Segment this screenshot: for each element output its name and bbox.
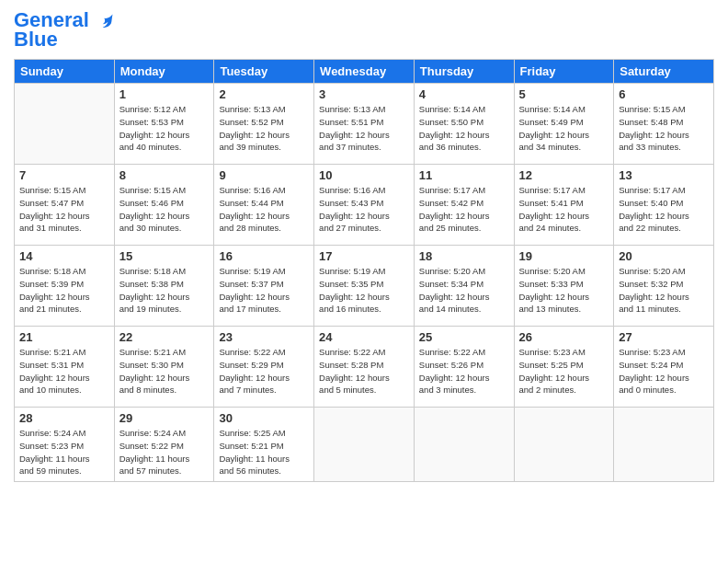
calendar-cell: 12Sunrise: 5:17 AM Sunset: 5:41 PM Dayli… (514, 165, 614, 246)
day-info: Sunrise: 5:16 AM Sunset: 5:43 PM Dayligh… (319, 184, 409, 235)
day-info: Sunrise: 5:20 AM Sunset: 5:33 PM Dayligh… (519, 265, 609, 316)
day-number: 10 (319, 168, 409, 182)
day-number: 9 (219, 168, 309, 182)
calendar-cell: 7Sunrise: 5:15 AM Sunset: 5:47 PM Daylig… (15, 165, 115, 246)
calendar-cell: 19Sunrise: 5:20 AM Sunset: 5:33 PM Dayli… (514, 246, 614, 327)
calendar-cell: 8Sunrise: 5:15 AM Sunset: 5:46 PM Daylig… (114, 165, 214, 246)
calendar-cell: 28Sunrise: 5:24 AM Sunset: 5:23 PM Dayli… (15, 408, 115, 482)
calendar-week-row: 21Sunrise: 5:21 AM Sunset: 5:31 PM Dayli… (15, 327, 714, 408)
day-info: Sunrise: 5:17 AM Sunset: 5:40 PM Dayligh… (619, 184, 709, 235)
calendar-week-row: 7Sunrise: 5:15 AM Sunset: 5:47 PM Daylig… (15, 165, 714, 246)
day-info: Sunrise: 5:12 AM Sunset: 5:53 PM Dayligh… (119, 103, 210, 154)
day-number: 24 (319, 330, 409, 344)
header: General Blue (14, 9, 714, 52)
day-number: 12 (519, 168, 609, 182)
weekday-header: Sunday (15, 60, 115, 84)
calendar-cell: 29Sunrise: 5:24 AM Sunset: 5:22 PM Dayli… (114, 408, 214, 482)
calendar-cell: 10Sunrise: 5:16 AM Sunset: 5:43 PM Dayli… (314, 165, 415, 246)
day-number: 15 (119, 249, 210, 263)
calendar-cell: 6Sunrise: 5:15 AM Sunset: 5:48 PM Daylig… (614, 84, 714, 165)
day-number: 22 (119, 330, 210, 344)
day-number: 11 (419, 168, 509, 182)
day-number: 1 (119, 87, 210, 101)
calendar-cell: 16Sunrise: 5:19 AM Sunset: 5:37 PM Dayli… (214, 246, 314, 327)
day-info: Sunrise: 5:22 AM Sunset: 5:29 PM Dayligh… (219, 346, 309, 396)
calendar-cell: 15Sunrise: 5:18 AM Sunset: 5:38 PM Dayli… (114, 246, 214, 327)
calendar-cell: 17Sunrise: 5:19 AM Sunset: 5:35 PM Dayli… (314, 246, 415, 327)
calendar-cell: 9Sunrise: 5:16 AM Sunset: 5:44 PM Daylig… (214, 165, 314, 246)
calendar-cell (314, 408, 415, 482)
day-info: Sunrise: 5:25 AM Sunset: 5:21 PM Dayligh… (219, 427, 309, 477)
day-number: 26 (519, 330, 609, 344)
calendar-cell: 23Sunrise: 5:22 AM Sunset: 5:29 PM Dayli… (214, 327, 314, 408)
day-number: 5 (519, 87, 609, 101)
day-info: Sunrise: 5:22 AM Sunset: 5:28 PM Dayligh… (319, 346, 409, 396)
page: General Blue SundayMondayTuesdayWednesda… (0, 0, 728, 563)
weekday-header: Tuesday (214, 60, 314, 84)
day-number: 6 (619, 87, 709, 101)
calendar-week-row: 1Sunrise: 5:12 AM Sunset: 5:53 PM Daylig… (15, 84, 714, 165)
logo-bird-icon (97, 12, 115, 30)
day-number: 29 (119, 411, 210, 425)
day-info: Sunrise: 5:20 AM Sunset: 5:32 PM Dayligh… (619, 265, 709, 316)
day-number: 4 (419, 87, 509, 101)
day-info: Sunrise: 5:18 AM Sunset: 5:39 PM Dayligh… (19, 265, 109, 316)
calendar-cell: 14Sunrise: 5:18 AM Sunset: 5:39 PM Dayli… (15, 246, 115, 327)
day-number: 25 (419, 330, 509, 344)
day-info: Sunrise: 5:15 AM Sunset: 5:47 PM Dayligh… (19, 184, 109, 235)
calendar-cell (514, 408, 614, 482)
day-number: 3 (319, 87, 409, 101)
calendar-cell: 21Sunrise: 5:21 AM Sunset: 5:31 PM Dayli… (15, 327, 115, 408)
day-info: Sunrise: 5:13 AM Sunset: 5:52 PM Dayligh… (219, 103, 309, 154)
day-info: Sunrise: 5:23 AM Sunset: 5:24 PM Dayligh… (619, 346, 709, 396)
calendar-table: SundayMondayTuesdayWednesdayThursdayFrid… (14, 59, 714, 482)
day-info: Sunrise: 5:15 AM Sunset: 5:48 PM Dayligh… (619, 103, 709, 154)
day-info: Sunrise: 5:19 AM Sunset: 5:35 PM Dayligh… (319, 265, 409, 316)
day-number: 27 (619, 330, 709, 344)
calendar-cell: 13Sunrise: 5:17 AM Sunset: 5:40 PM Dayli… (614, 165, 714, 246)
weekday-header: Monday (114, 60, 214, 84)
calendar-cell: 11Sunrise: 5:17 AM Sunset: 5:42 PM Dayli… (414, 165, 514, 246)
day-number: 19 (519, 249, 609, 263)
day-number: 7 (19, 168, 109, 182)
day-info: Sunrise: 5:21 AM Sunset: 5:31 PM Dayligh… (19, 346, 109, 396)
day-number: 2 (219, 87, 309, 101)
day-info: Sunrise: 5:17 AM Sunset: 5:41 PM Dayligh… (519, 184, 609, 235)
day-info: Sunrise: 5:24 AM Sunset: 5:22 PM Dayligh… (119, 427, 210, 477)
calendar-cell (15, 84, 115, 165)
day-number: 23 (219, 330, 309, 344)
day-number: 17 (319, 249, 409, 263)
calendar-cell: 25Sunrise: 5:22 AM Sunset: 5:26 PM Dayli… (414, 327, 514, 408)
day-number: 30 (219, 411, 309, 425)
day-info: Sunrise: 5:22 AM Sunset: 5:26 PM Dayligh… (419, 346, 509, 396)
day-info: Sunrise: 5:16 AM Sunset: 5:44 PM Dayligh… (219, 184, 309, 235)
calendar-cell: 30Sunrise: 5:25 AM Sunset: 5:21 PM Dayli… (214, 408, 314, 482)
day-info: Sunrise: 5:23 AM Sunset: 5:25 PM Dayligh… (519, 346, 609, 396)
calendar-header-row: SundayMondayTuesdayWednesdayThursdayFrid… (15, 60, 714, 84)
day-info: Sunrise: 5:14 AM Sunset: 5:49 PM Dayligh… (519, 103, 609, 154)
calendar-cell: 27Sunrise: 5:23 AM Sunset: 5:24 PM Dayli… (614, 327, 714, 408)
day-info: Sunrise: 5:19 AM Sunset: 5:37 PM Dayligh… (219, 265, 309, 316)
calendar-cell: 26Sunrise: 5:23 AM Sunset: 5:25 PM Dayli… (514, 327, 614, 408)
weekday-header: Friday (514, 60, 614, 84)
day-number: 13 (619, 168, 709, 182)
day-number: 20 (619, 249, 709, 263)
day-number: 21 (19, 330, 109, 344)
calendar-cell: 20Sunrise: 5:20 AM Sunset: 5:32 PM Dayli… (614, 246, 714, 327)
day-number: 18 (419, 249, 509, 263)
weekday-header: Wednesday (314, 60, 415, 84)
day-info: Sunrise: 5:15 AM Sunset: 5:46 PM Dayligh… (119, 184, 210, 235)
day-number: 8 (119, 168, 210, 182)
day-info: Sunrise: 5:21 AM Sunset: 5:30 PM Dayligh… (119, 346, 210, 396)
calendar-cell: 22Sunrise: 5:21 AM Sunset: 5:30 PM Dayli… (114, 327, 214, 408)
calendar-cell: 2Sunrise: 5:13 AM Sunset: 5:52 PM Daylig… (214, 84, 314, 165)
day-info: Sunrise: 5:20 AM Sunset: 5:34 PM Dayligh… (419, 265, 509, 316)
day-number: 14 (19, 249, 109, 263)
calendar-cell (414, 408, 514, 482)
day-number: 16 (219, 249, 309, 263)
day-info: Sunrise: 5:14 AM Sunset: 5:50 PM Dayligh… (419, 103, 509, 154)
calendar-cell (614, 408, 714, 482)
day-info: Sunrise: 5:24 AM Sunset: 5:23 PM Dayligh… (19, 427, 109, 477)
logo: General Blue (14, 9, 115, 52)
calendar-cell: 1Sunrise: 5:12 AM Sunset: 5:53 PM Daylig… (114, 84, 214, 165)
